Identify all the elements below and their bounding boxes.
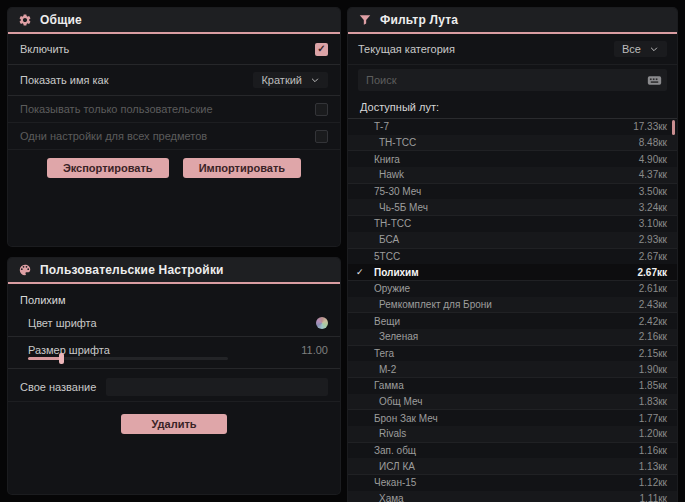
same-settings-checkbox[interactable] [315, 130, 328, 143]
funnel-icon [358, 13, 372, 27]
custom-name-input[interactable] [106, 378, 328, 396]
loot-row[interactable]: Hawk4.37кк [348, 167, 677, 184]
loot-item-name: Вещи [370, 316, 639, 327]
loot-item-name: Брон Зак Меч [370, 413, 639, 424]
name-mode-row: Показать имя как Краткий [8, 65, 340, 96]
search-input[interactable] [358, 69, 667, 91]
loot-item-value: 17.33кк [633, 121, 667, 132]
chevron-down-icon [310, 75, 320, 85]
same-settings-row: Одни настройки для всех предметов [8, 123, 340, 150]
loot-row[interactable]: ✓Полихим2.67кк [348, 264, 677, 281]
loot-item-value: 2.16кк [639, 331, 667, 342]
slider-fill [28, 357, 62, 360]
loot-item-value: 4.37кк [639, 169, 667, 180]
loot-row[interactable]: Чь-5Б Меч3.24кк [348, 199, 677, 216]
loot-item-value: 1.83кк [639, 396, 667, 407]
loot-row[interactable]: Книга4.90кк [348, 151, 677, 167]
loot-row[interactable]: 5ТСС2.67кк [348, 249, 677, 265]
loot-item-value: 8.48кк [639, 137, 667, 148]
loot-item-value: 3.10кк [639, 218, 667, 229]
same-settings-label: Одни настройки для всех предметов [20, 130, 207, 142]
loot-item-value: 4.90кк [639, 154, 667, 165]
enable-label: Включить [20, 43, 69, 55]
loot-row[interactable]: БСА2.93кк [348, 232, 677, 249]
name-mode-value: Краткий [261, 74, 302, 86]
only-custom-row: Показывать только пользовательские [8, 96, 340, 123]
user-settings-panel: Пользовательские Настройки Полихим Цвет … [8, 258, 340, 494]
enable-row: Включить ✓ [8, 34, 340, 65]
category-value: Все [622, 43, 641, 55]
name-mode-label: Показать имя как [20, 74, 109, 86]
loot-item-name: Зеленая [370, 331, 639, 342]
enable-checkbox[interactable]: ✓ [315, 43, 328, 56]
loot-item-value: 2.67кк [638, 267, 667, 278]
loot-item-name: Rivals [370, 428, 639, 439]
user-settings-title: Пользовательские Настройки [40, 263, 224, 277]
loot-row[interactable]: Зеленая2.16кк [348, 329, 677, 346]
loot-row[interactable]: Оружие2.61кк [348, 281, 677, 297]
loot-row[interactable]: М-21.90кк [348, 361, 677, 378]
check-icon: ✓ [356, 267, 370, 277]
loot-row[interactable]: Rivals1.20кк [348, 426, 677, 443]
loot-row[interactable]: Т-717.33кк [348, 119, 677, 135]
search-wrap [358, 69, 667, 91]
loot-item-name: Т-7 [370, 121, 633, 132]
loot-row[interactable]: Брон Зак Меч1.77кк [348, 410, 677, 426]
loot-row[interactable]: Чекан-151.12кк [348, 475, 677, 491]
loot-item-value: 2.67кк [639, 251, 667, 262]
gear-icon [18, 13, 32, 27]
loot-item-name: Hawk [370, 169, 639, 180]
loot-item-name: Хама [370, 493, 640, 502]
only-custom-checkbox[interactable] [315, 103, 328, 116]
loot-item-name: ТН-ТСС [370, 218, 639, 229]
name-mode-dropdown[interactable]: Краткий [253, 72, 328, 88]
loot-row[interactable]: ИСЛ КА1.13кк [348, 458, 677, 475]
loot-item-name: Общ Меч [370, 396, 639, 407]
chevron-down-icon [649, 44, 659, 54]
loot-item-value: 2.93кк [639, 234, 667, 245]
keyboard-icon[interactable] [647, 73, 662, 91]
delete-button[interactable]: Удалить [121, 414, 226, 434]
loot-item-name: Оружие [370, 283, 639, 294]
loot-item-value: 1.11кк [640, 493, 667, 502]
loot-row[interactable]: 75-30 Меч3.50кк [348, 184, 677, 200]
loot-item-value: 2.61кк [639, 283, 667, 294]
loot-item-value: 2.43кк [639, 299, 667, 310]
loot-row[interactable]: Вещи2.42кк [348, 313, 677, 329]
loot-item-value: 3.24кк [639, 202, 667, 213]
loot-item-value: 1.90кк [639, 364, 667, 375]
loot-item-name: Книга [370, 154, 639, 165]
loot-row[interactable]: Общ Меч1.83кк [348, 394, 677, 411]
loot-row[interactable]: ТН-ТСС3.10кк [348, 216, 677, 232]
custom-name-label: Свое название [20, 381, 96, 393]
loot-item-value: 2.42кк [639, 316, 667, 327]
category-dropdown[interactable]: Все [614, 41, 667, 57]
export-button[interactable]: Экспортировать [47, 158, 169, 178]
font-color-label: Цвет шрифта [28, 317, 97, 329]
loot-item-value: 1.13кк [639, 461, 667, 472]
loot-row[interactable]: Тега2.15кк [348, 346, 677, 362]
scrollbar-thumb[interactable] [672, 120, 675, 135]
font-size-slider[interactable] [28, 357, 228, 360]
category-label: Текущая категория [358, 43, 455, 55]
category-row: Текущая категория Все [348, 34, 677, 65]
loot-item-name: ТН-ТСС [370, 137, 639, 148]
list-heading: Доступный лут: [348, 97, 677, 118]
loot-row[interactable]: Зап. общ1.16кк [348, 443, 677, 459]
loot-row[interactable]: ТН-ТСС8.48кк [348, 135, 677, 152]
loot-row[interactable]: Гамма1.85кк [348, 378, 677, 394]
loot-item-name: Ремкомплект для Брони [370, 299, 639, 310]
loot-filter-panel: Фильтр Лута Текущая категория Все Доступ… [348, 8, 677, 502]
loot-row[interactable]: Хама1.11кк [348, 491, 677, 502]
loot-filter-title: Фильтр Лута [380, 13, 458, 27]
loot-row[interactable]: Ремкомплект для Брони2.43кк [348, 297, 677, 314]
import-button[interactable]: Импортировать [183, 158, 301, 178]
loot-item-name: Полихим [370, 267, 638, 278]
loot-filter-header: Фильтр Лута [348, 8, 677, 34]
loot-item-name: Чекан-15 [370, 477, 639, 488]
font-size-slider-wrap [8, 357, 340, 369]
color-wheel-icon[interactable] [316, 317, 328, 329]
loot-item-name: Чь-5Б Меч [370, 202, 639, 213]
slider-handle[interactable] [59, 353, 64, 364]
loot-item-name: Зап. общ [370, 445, 639, 456]
